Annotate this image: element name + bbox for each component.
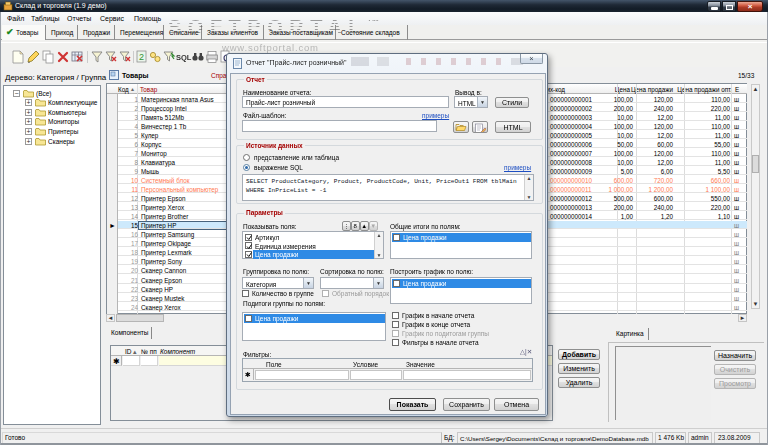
svg-text:2: 2 xyxy=(139,52,144,62)
svg-text:SQL: SQL xyxy=(176,53,192,62)
